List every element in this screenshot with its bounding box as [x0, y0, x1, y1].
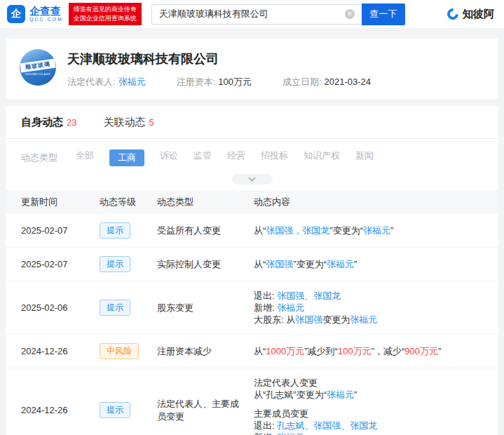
content-text: 退出:: [254, 290, 277, 301]
content-text: ”: [438, 346, 441, 356]
content-text: 从“: [254, 225, 266, 236]
content-text: ”减少到“: [304, 346, 338, 356]
content-text: 从“孔志斌”变更为“: [254, 389, 327, 400]
level-cell: 提示: [100, 402, 157, 418]
search-input[interactable]: [151, 4, 362, 25]
company-logo: 顺玻玻璃 SHUNBOGLASS: [20, 49, 56, 86]
content-text: 900万元: [404, 346, 438, 356]
slogan-line-1: 缔造有远见的商业传奇: [74, 5, 137, 14]
column-header: 动态类型: [157, 196, 254, 208]
partner-logo[interactable]: 知彼阿: [447, 8, 494, 21]
chevron-down-icon: [248, 177, 256, 182]
content-line: [254, 401, 483, 408]
content-text: ”: [354, 389, 357, 400]
level-cell: 提示: [100, 222, 157, 239]
field-label: 注册资本:: [177, 76, 216, 87]
type-cell: 注册资本减少: [157, 345, 254, 358]
content-cell: 从“张国强，张国龙”变更为“张福元”: [254, 225, 483, 236]
filter-option[interactable]: 经营: [227, 149, 245, 166]
update-time-cell: 2024-12-26: [21, 405, 100, 415]
company-name: 天津顺玻玻璃科技有限公司: [67, 51, 371, 67]
content-text: 新增:: [254, 302, 277, 313]
tab-count: 23: [67, 117, 76, 128]
collapse-button[interactable]: [232, 174, 273, 185]
level-badge: 中风险: [100, 343, 139, 359]
type-cell: 受益所有人变更: [157, 225, 254, 237]
content-line: 从“1000万元”减少到“100万元”，减少“900万元”: [254, 345, 483, 357]
filter-options: 全部工商诉讼监管经营招投标知识产权新闻: [76, 149, 374, 166]
entity-link[interactable]: 张福元: [277, 432, 304, 435]
company-logo-subtext: SHUNBOGLASS: [20, 72, 56, 76]
table-row: 2025-02-07提示受益所有人变更从“张国强，张国龙”变更为“张福元”: [6, 214, 498, 248]
field-value[interactable]: 张福元: [118, 76, 146, 87]
content-cell: 从“1000万元”减少到“100万元”，减少“900万元”: [254, 345, 483, 357]
level-badge: 提示: [100, 222, 130, 239]
update-time-cell: 2025-02-07: [21, 225, 100, 236]
content-line: 新增: 张福元: [254, 431, 483, 435]
brand-domain: QCC.COM: [29, 16, 63, 22]
filter-option[interactable]: 知识产权: [304, 149, 340, 166]
filter-option[interactable]: 新闻: [355, 149, 374, 166]
update-time-cell: 2025-02-06: [21, 302, 100, 313]
qcc-logo[interactable]: 企 企查查 QCC.COM: [7, 5, 63, 23]
entity-link[interactable]: 张福元: [327, 389, 354, 400]
company-field: 注册资本:100万元: [177, 76, 252, 88]
search-bar: ✕ 查一下: [151, 4, 405, 25]
filter-label: 动态类型: [21, 152, 57, 164]
tabs: 自身动态23关联动态5: [6, 106, 498, 139]
entity-link[interactable]: 张国强，张国龙: [266, 225, 329, 236]
content-line: 从“张国强，张国龙”变更为“张福元”: [254, 225, 483, 236]
entity-link[interactable]: 张福元: [277, 302, 304, 313]
content-text: 大股东: 从: [254, 314, 295, 325]
table-row: 2024-12-26提示法定代表人、主要成员变更法定代表人变更从“孔志斌”变更为…: [6, 368, 498, 435]
filter-option[interactable]: 全部: [76, 149, 94, 166]
clear-search-icon[interactable]: ✕: [345, 9, 355, 19]
partner-logo-icon: [445, 6, 461, 22]
company-field: 法定代表人:张福元: [67, 76, 146, 88]
entity-link[interactable]: 张国强、张国龙: [277, 290, 341, 301]
content-text: 新增:: [254, 432, 277, 435]
entity-link[interactable]: 张福元: [363, 225, 390, 236]
content-text: ”: [354, 259, 357, 269]
content-text: ”: [390, 225, 393, 236]
content-line: 退出: 孔志斌、张国强、张国龙: [254, 420, 483, 431]
table-header: 更新时间动态等级动态类型动态内容: [6, 190, 498, 214]
content-line: 退出: 张国强、张国龙: [254, 290, 483, 302]
column-header: 动态等级: [100, 196, 157, 208]
collapse-row: [6, 171, 498, 190]
content-text: ”变更为“: [293, 259, 327, 269]
type-cell: 股东变更: [157, 302, 254, 314]
tab-count: 5: [149, 117, 154, 128]
top-header: 企 企查查 QCC.COM 缔造有远见的商业传奇 全国企业信用查询系统 ✕ 查一…: [0, 0, 504, 28]
entity-link[interactable]: 孔志斌、张国强、张国龙: [277, 420, 377, 431]
tab[interactable]: 自身动态23: [21, 116, 76, 129]
tab-label: 自身动态: [21, 116, 63, 128]
filter-option[interactable]: 监管: [193, 149, 212, 166]
partner-name: 知彼阿: [463, 8, 494, 21]
entity-link[interactable]: 张福元: [350, 314, 377, 325]
update-time-cell: 2025-02-07: [21, 259, 100, 269]
type-cell: 实际控制人变更: [157, 258, 254, 271]
column-header: 更新时间: [21, 196, 100, 208]
table-body: 2025-02-07提示受益所有人变更从“张国强，张国龙”变更为“张福元”202…: [6, 214, 498, 435]
table-row: 2025-02-06提示股东变更退出: 张国强、张国龙新增: 张福元大股东: 从…: [6, 281, 498, 335]
level-badge: 提示: [100, 300, 130, 316]
filter-option[interactable]: 招投标: [261, 149, 288, 166]
filter-option[interactable]: 诉讼: [160, 149, 178, 166]
content-line: 法定代表人变更: [254, 377, 483, 389]
search-button[interactable]: 查一下: [362, 4, 405, 25]
content-text: 1000万元: [266, 346, 304, 356]
content-text: 100万元: [338, 346, 372, 356]
filter-option[interactable]: 工商: [109, 149, 144, 166]
level-cell: 提示: [100, 300, 157, 316]
column-header: 动态内容: [254, 196, 483, 208]
content-line: 主要成员变更: [254, 408, 483, 420]
entity-link[interactable]: 张国强: [266, 259, 293, 269]
company-fields: 法定代表人:张福元注册资本:100万元成立日期:2021-03-24: [67, 76, 371, 88]
slogan-line-2: 全国企业信用查询系统: [74, 14, 137, 23]
content-text: 法定代表人变更: [254, 377, 318, 388]
entity-link[interactable]: 张国强: [295, 314, 322, 325]
content-text: ”，减少“: [372, 346, 405, 356]
tab[interactable]: 关联动态5: [103, 116, 154, 129]
entity-link[interactable]: 张福元: [327, 259, 354, 269]
